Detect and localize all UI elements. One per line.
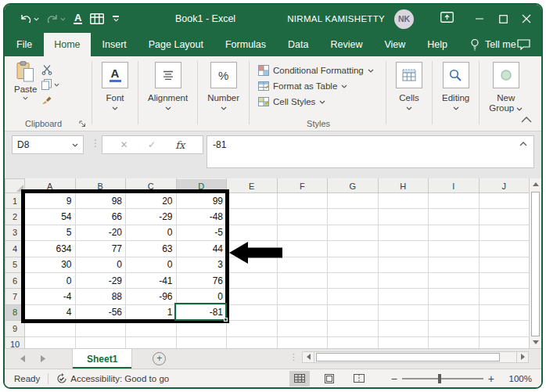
cell-F2[interactable] — [277, 209, 328, 225]
column-header-E[interactable]: E — [227, 179, 278, 193]
undo-button[interactable] — [17, 12, 42, 27]
cell-J2[interactable] — [479, 209, 530, 225]
cell-E2[interactable] — [227, 209, 278, 225]
cell-G9[interactable] — [328, 321, 379, 336]
cell-G7[interactable] — [328, 289, 379, 304]
cell-A8[interactable]: 4 — [25, 304, 76, 320]
ribbon-display-options-button[interactable] — [440, 12, 454, 26]
font-color-button[interactable]: A — [70, 11, 85, 27]
cell-H2[interactable] — [378, 209, 429, 225]
tab-formulas[interactable]: Formulas — [215, 33, 276, 56]
cell-H3[interactable] — [378, 225, 429, 240]
horizontal-scroll-thumb[interactable] — [316, 353, 500, 361]
cell-E3[interactable] — [227, 225, 278, 240]
cell-D9[interactable] — [176, 321, 227, 336]
cell-B5[interactable]: 0 — [75, 257, 126, 272]
cells-group[interactable]: Cells — [389, 59, 429, 131]
borders-button[interactable] — [87, 11, 107, 27]
next-sheet-icon[interactable] — [41, 355, 45, 362]
row-header-8[interactable]: 8 — [5, 304, 25, 320]
select-all-corner[interactable] — [5, 179, 25, 193]
column-header-G[interactable]: G — [328, 179, 379, 193]
cell-A2[interactable]: 54 — [25, 209, 76, 225]
name-box[interactable]: D8 — [12, 135, 84, 154]
vertical-scroll-thumb[interactable] — [531, 192, 540, 336]
sheet-tab-sheet1[interactable]: Sheet1 — [72, 349, 132, 369]
cell-G2[interactable] — [328, 209, 379, 225]
cell-I3[interactable] — [429, 225, 480, 240]
zoom-slider-handle[interactable] — [438, 374, 441, 383]
column-header-C[interactable]: C — [126, 179, 177, 193]
maximize-button[interactable] — [491, 5, 515, 33]
cell-I9[interactable] — [429, 321, 480, 336]
cell-F7[interactable] — [277, 289, 328, 304]
cell-G4[interactable] — [328, 241, 379, 257]
formula-bar-resize-handle[interactable]: ⋮ — [91, 138, 99, 149]
scroll-down-icon[interactable] — [530, 336, 541, 348]
cell-H6[interactable] — [378, 272, 429, 288]
cell-J9[interactable] — [479, 321, 530, 336]
zoom-level[interactable]: 100% — [499, 374, 532, 383]
cell-F8[interactable] — [277, 304, 328, 320]
cell-F1[interactable] — [277, 193, 328, 209]
cell-H5[interactable] — [378, 257, 429, 272]
cell-I8[interactable] — [429, 304, 480, 320]
tab-insert[interactable]: Insert — [92, 33, 137, 56]
cell-B7[interactable]: 88 — [75, 289, 126, 304]
confirm-entry-icon[interactable]: ✓ — [148, 139, 156, 150]
row-header-3[interactable]: 3 — [5, 225, 25, 240]
collapse-ribbon-button[interactable] — [521, 115, 532, 124]
cell-C4[interactable]: 63 — [126, 241, 177, 257]
accessibility-status[interactable]: Accessibility: Good to go — [56, 373, 169, 384]
paste-button[interactable]: Paste — [14, 61, 37, 105]
cell-E7[interactable] — [227, 289, 278, 304]
cell-H10[interactable] — [378, 336, 429, 348]
cell-H4[interactable] — [378, 241, 429, 257]
row-header-9[interactable]: 9 — [5, 321, 25, 336]
cell-C2[interactable]: -29 — [126, 209, 177, 225]
user-name[interactable]: NIRMAL KAMISHETTY — [287, 14, 385, 23]
cell-C10[interactable] — [126, 336, 177, 348]
cell-G10[interactable] — [328, 336, 379, 348]
cell-C7[interactable]: -96 — [126, 289, 177, 304]
feedback-button[interactable] — [517, 33, 530, 56]
cell-styles-button[interactable]: Cell Styles — [258, 94, 379, 110]
column-header-J[interactable]: J — [479, 179, 530, 193]
cell-C6[interactable]: -41 — [126, 272, 177, 288]
avatar[interactable]: NK — [394, 9, 414, 29]
cell-D1[interactable]: 99 — [176, 193, 227, 209]
zoom-slider[interactable] — [402, 378, 483, 379]
cut-button[interactable] — [41, 64, 59, 75]
cell-J10[interactable] — [479, 336, 530, 348]
zoom-out-button[interactable]: − — [386, 372, 402, 385]
scroll-up-icon[interactable] — [530, 178, 541, 190]
vertical-scrollbar[interactable] — [529, 178, 541, 348]
cell-D5[interactable]: 3 — [176, 257, 227, 272]
minimize-button[interactable] — [468, 5, 491, 33]
clipboard-dialog-launcher-icon[interactable] — [79, 120, 86, 128]
tab-data[interactable]: Data — [278, 33, 318, 56]
cell-G1[interactable] — [328, 193, 379, 209]
cell-J3[interactable] — [479, 225, 530, 240]
cell-A1[interactable]: 9 — [25, 193, 76, 209]
cell-H9[interactable] — [378, 321, 429, 336]
cell-H1[interactable] — [378, 193, 429, 209]
cell-G8[interactable] — [328, 304, 379, 320]
cell-B8[interactable]: -56 — [75, 304, 126, 320]
cell-B3[interactable]: -20 — [75, 225, 126, 240]
cell-J8[interactable] — [479, 304, 530, 320]
format-as-table-button[interactable]: Format as Table — [258, 78, 379, 94]
tab-view[interactable]: View — [374, 33, 415, 56]
collapse-formula-bar-icon[interactable] — [519, 142, 527, 146]
cell-J5[interactable] — [479, 257, 530, 272]
tab-home[interactable]: Home — [44, 33, 90, 56]
close-button[interactable] — [515, 5, 538, 33]
cell-G3[interactable] — [328, 225, 379, 240]
scroll-right-icon[interactable] — [516, 351, 529, 363]
tab-page-layout[interactable]: Page Layout — [138, 33, 214, 56]
cell-A10[interactable] — [25, 336, 76, 348]
row-header-1[interactable]: 1 — [5, 193, 25, 209]
cell-E8[interactable] — [227, 304, 278, 320]
tab-review[interactable]: Review — [320, 33, 372, 56]
row-header-5[interactable]: 5 — [5, 257, 25, 272]
